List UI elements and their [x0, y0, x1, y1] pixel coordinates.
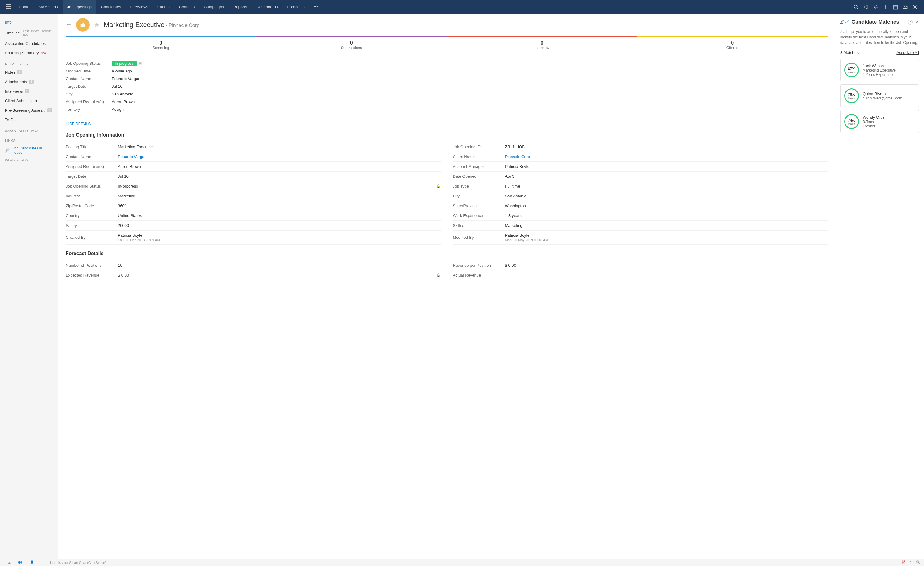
stage-label: Submissions — [256, 46, 447, 50]
info-timestamp: Thu, 20 Dec 2018 03:09 AM — [118, 238, 441, 242]
nav-tab-job-openings[interactable]: Job Openings — [63, 0, 96, 14]
info-value: 3601 — [118, 204, 127, 208]
sidebar-client-sub[interactable]: Client Submission — [0, 96, 58, 106]
add-tag-icon[interactable]: + — [51, 129, 53, 133]
sidebar-sourcing[interactable]: Sourcing Summary New — [0, 48, 58, 58]
info-row: Zip/Postal Code3601 — [66, 201, 441, 211]
match-role: quinn.rivers@gmail.com — [862, 96, 902, 101]
info-value: Jul 10 — [118, 174, 129, 179]
nav-tab-my-actions[interactable]: My Actions — [34, 0, 63, 14]
pipeline-stage-submissions[interactable]: 0Submissions — [256, 36, 447, 54]
assign-link[interactable]: Assign — [112, 107, 124, 112]
bottombar-item[interactable]: 👤 — [26, 560, 38, 564]
bottom-bar: ☁ 👥 👤 Here is your Smart Chat (Ctrl+Spac… — [0, 558, 924, 566]
plus-icon[interactable] — [883, 4, 888, 10]
nav-tab-reports[interactable]: Reports — [229, 0, 252, 14]
match-exp: 2 Years Experience — [862, 72, 896, 77]
nav-tab-dashboards[interactable]: Dashboards — [252, 0, 282, 14]
announce-icon[interactable] — [863, 4, 869, 10]
match-card[interactable]: 78%MatchQuinn Riversquinn.rivers@gmail.c… — [840, 84, 919, 107]
info-key: Expected Revenue — [66, 273, 118, 278]
smartchat-hint[interactable]: Here is your Smart Chat (Ctrl+Space) — [50, 561, 106, 564]
info-row: Work Experience1-3 years — [453, 211, 828, 221]
search-icon[interactable]: 🔍 — [916, 560, 920, 564]
pipeline-stage-screening[interactable]: 0Screening — [66, 36, 256, 54]
nav-tab-home[interactable]: Home — [14, 0, 34, 14]
info-row: Date OpenedApr 3 — [453, 171, 828, 182]
summary-block: Job Opening StatusIn-progress ⎘ Modified… — [58, 54, 835, 119]
sidebar-assoc-candidates[interactable]: Associated Candidates — [0, 39, 58, 48]
star-icon[interactable]: ★ — [94, 21, 99, 29]
nav-tab-contacts[interactable]: Contacts — [174, 0, 199, 14]
match-card[interactable]: 87%MatchJack WilsonMarketing Executive2 … — [840, 59, 919, 81]
nav-tab-forecasts[interactable]: Forecasts — [283, 0, 309, 14]
search-icon[interactable] — [854, 4, 859, 10]
nav-tab-clients[interactable]: Clients — [153, 0, 174, 14]
stage-label: Offered — [637, 46, 828, 50]
info-value-link[interactable]: Pinnacle Corp — [505, 155, 530, 159]
match-card[interactable]: 74%MatchWendy OrtizB.TechFresher — [840, 110, 919, 133]
info-value: 10 — [118, 263, 122, 268]
info-key: Account Manager — [453, 164, 505, 169]
info-row: Actual Revenue — [453, 270, 828, 280]
sidebar-info[interactable]: Info — [0, 18, 58, 27]
info-value: San Antonio — [505, 194, 526, 198]
sidebar-interviews[interactable]: Interviews 1 — [0, 87, 58, 96]
hide-details-label: HIDE DETAILS — [66, 122, 90, 126]
clock-icon[interactable]: ⏰ — [902, 560, 906, 564]
mail-icon[interactable] — [903, 4, 908, 10]
info-value: 1-3 years — [505, 213, 522, 218]
status-extra-icon[interactable]: ⎘ — [140, 61, 142, 66]
info-value: Washington — [505, 204, 526, 208]
close-icon[interactable]: ✕ — [915, 19, 919, 25]
sidebar-attachments-label: Attachments — [5, 80, 27, 84]
info-key: Zip/Postal Code — [66, 204, 118, 208]
nav-more[interactable]: ••• — [309, 5, 323, 9]
info-key: Work Experience — [453, 213, 505, 218]
sidebar-notes[interactable]: Notes 1 — [0, 68, 58, 77]
sidebar-indeed-link[interactable]: 🔎 Find Candidates in Indeed — [0, 144, 58, 156]
match-name: Quinn Rivers — [862, 92, 902, 96]
info-row: CitySan Antonio — [453, 191, 828, 201]
bottombar-item[interactable]: ☁ — [4, 560, 14, 564]
nav-tab-candidates[interactable]: Candidates — [96, 0, 126, 14]
sidebar-timeline[interactable]: Timeline Last Update : a while ago — [0, 27, 58, 39]
match-score-circle: 78%Match — [844, 89, 859, 103]
match-label: Match — [848, 97, 855, 99]
info-value: Marketing — [505, 223, 523, 228]
sidebar-todos[interactable]: To-Dos — [0, 115, 58, 125]
sidebar-prescreen[interactable]: Pre-Screening Asses... 1 — [0, 106, 58, 115]
pipeline-stage-offered[interactable]: 0Offered — [637, 36, 828, 54]
svg-line-1 — [857, 8, 858, 9]
pipeline-stage-interview[interactable]: 0Interview — [447, 36, 638, 54]
svg-rect-5 — [81, 24, 85, 27]
tags-head-label: ASSOCIATED TAGS — [5, 129, 39, 133]
info-value: $ 0.00 — [505, 263, 516, 268]
associate-all-link[interactable]: Associate All — [896, 50, 919, 55]
bottombar-item[interactable]: 👥 — [14, 560, 26, 564]
hamburger-icon[interactable] — [3, 4, 14, 9]
bell-icon[interactable] — [873, 4, 879, 10]
help-icon[interactable]: ? — [908, 20, 913, 24]
info-value: $ 0.00 — [118, 273, 129, 278]
info-key: Job Opening ID — [453, 144, 505, 149]
info-row: State/ProvinceWashington — [453, 201, 828, 211]
info-key: Date Opened — [453, 174, 505, 179]
hide-details-toggle[interactable]: HIDE DETAILS ⌃ — [58, 119, 835, 132]
refresh-icon[interactable]: ↻ — [910, 560, 912, 564]
nav-tab-campaigns[interactable]: Campaigns — [199, 0, 229, 14]
add-link-icon[interactable]: + — [51, 139, 53, 143]
pipeline: 0Screening0Submissions0Interview0Offered — [66, 36, 828, 54]
tools-icon[interactable] — [912, 4, 918, 10]
sidebar-whatlinks[interactable]: What are links? — [0, 156, 58, 164]
summary-modified-k: Modified Time — [66, 69, 112, 74]
nav-tab-interviews[interactable]: Interviews — [126, 0, 153, 14]
back-arrow-icon[interactable] — [66, 21, 72, 29]
info-value: Patricia Boyle — [118, 233, 142, 237]
info-value-link[interactable]: Eduardo Vargas — [118, 155, 146, 159]
sidebar-prescreen-label: Pre-Screening Asses... — [5, 108, 45, 113]
job-info-section: Job Opening Information Posting TitleMar… — [58, 132, 835, 251]
sidebar-attachments[interactable]: Attachments 1 — [0, 77, 58, 87]
sidebar-links-head: LINKS + — [0, 134, 58, 144]
calendar-icon[interactable] — [893, 4, 898, 10]
